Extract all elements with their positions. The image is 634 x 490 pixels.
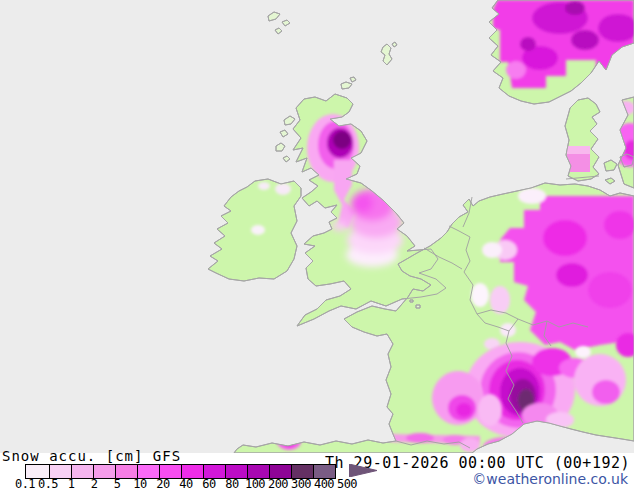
legend-tick-label: 500 [337,477,357,490]
legend-tick-label: 5 [114,477,121,490]
legend-arrow-icon [349,464,379,477]
legend-tick-label: 200 [268,477,288,490]
legend-tick-label: 0.5 [38,477,58,490]
legend-tick-label: 10 [133,477,146,490]
legend-tick-label: 400 [314,477,334,490]
weather-map-page: Snow accu. [cm] GFS Th 29-01-2026 00:00 … [0,0,634,490]
legend-tick-label: 60 [202,477,215,490]
legend-tick-label: 40 [179,477,192,490]
weather-map [0,0,634,453]
legend-tick-label: 0.1 [15,477,35,490]
legend-tick-label: 20 [156,477,169,490]
legend-ticks: 0.10.51251020406080100200300400500 [25,477,385,489]
legend-tick-label: 1 [68,477,75,490]
map-canvas [0,0,634,453]
legend-tick-label: 300 [291,477,311,490]
product-title: Snow accu. [cm] GFS [2,448,181,464]
legend-tick-label: 100 [245,477,265,490]
legend-tick-label: 2 [91,477,98,490]
copyright-text: ©weatheronline.co.uk [472,471,628,487]
legend-tick-label: 80 [225,477,238,490]
